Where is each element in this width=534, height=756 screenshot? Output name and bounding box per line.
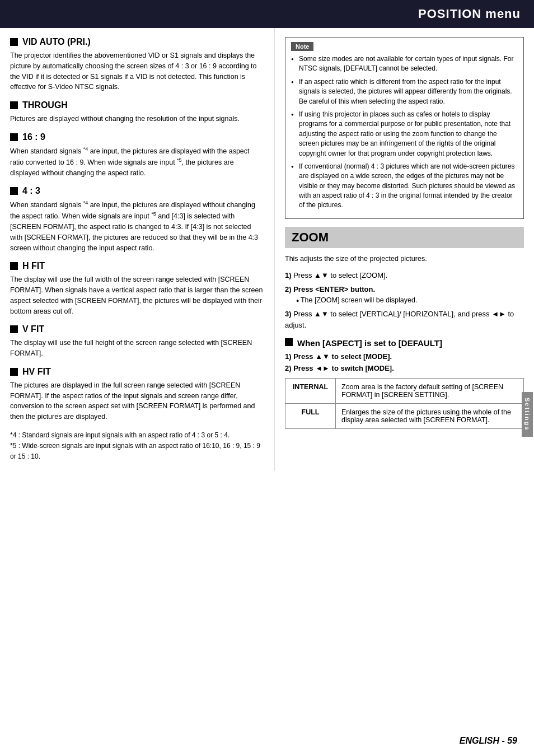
side-tab: Settings [522,392,533,437]
zoom-intro: This adjusts the size of the projected p… [285,254,524,264]
aspect-step-1-text: 1) [285,352,293,361]
bullet-icon [10,38,18,46]
bullet-icon [10,262,18,270]
bullet-icon [10,368,18,376]
aspect-step-2: 2) Press ◄► to switch [MODE]. [285,364,524,372]
table-label-internal: INTERNAL [285,379,336,404]
aspect-step-1-label: Press ▲▼ to select [MODE]. [293,352,392,361]
zoom-step-1-text: Press ▲▼ to select [ZOOM]. [293,271,387,279]
section-through-heading: THROUGH [10,100,264,110]
section-16-9-heading: 16 : 9 [10,132,264,142]
side-tab-wrapper: Settings [522,392,534,437]
zoom-step-1: 1) Press ▲▼ to select [ZOOM]. [285,270,524,281]
bullet-icon [10,101,18,109]
bullet-icon [10,187,18,195]
zoom-table: INTERNAL Zoom area is the factory defaul… [285,378,524,429]
aspect-heading: When [ASPECT] is set to [DEFAULT] [285,338,524,348]
footnote-5: *5 : Wide-screen signals are input signa… [10,441,264,462]
section-vfit-heading: V FIT [10,324,264,334]
section-hfit-title: H FIT [22,261,45,271]
page-header: POSITION menu [0,0,534,28]
bullet-icon [10,325,18,333]
zoom-steps: 1) Press ▲▼ to select [ZOOM]. 2) Press <… [285,270,524,331]
table-row-internal: INTERNAL Zoom area is the factory defaul… [285,379,524,404]
section-vid-auto-heading: VID AUTO (PRI.) [10,37,264,47]
table-label-full: FULL [285,404,336,429]
note-box: Note Some size modes are not available f… [285,37,524,219]
left-column: VID AUTO (PRI.) The projector identifies… [0,28,274,471]
section-hfit-heading: H FIT [10,261,264,271]
main-content: VID AUTO (PRI.) The projector identifies… [0,28,534,471]
aspect-title: When [ASPECT] is set to [DEFAULT] [297,338,442,348]
section-through-body: Pictures are displayed without changing … [10,114,264,124]
note-item-3: If using this projector in places such a… [291,110,518,158]
section-4-3-body: When standard signals *4 are input, the … [10,199,264,253]
section-hfit-body: The display will use the full width of t… [10,274,264,316]
section-4-3-heading: 4 : 3 [10,186,264,196]
footnotes: *4 : Standard signals are input signals … [10,430,264,463]
zoom-step-2-num: 2) [285,285,293,293]
note-item-2: If an aspect ratio which is different fr… [291,77,518,106]
section-vfit-title: V FIT [22,324,44,334]
aspect-step-2-label: Press ◄► to switch [MODE]. [293,364,394,372]
page-title: POSITION menu [418,7,521,21]
note-label: Note [291,42,313,51]
section-vid-auto-title: VID AUTO (PRI.) [22,37,91,47]
aspect-step-2-text: 2) [285,364,293,372]
bullet-icon [10,133,18,141]
zoom-step-2: 2) Press <ENTER> button. The [ZOOM] scre… [285,284,524,305]
table-desc-full: Enlarges the size of the pictures using … [336,404,524,429]
section-vfit-body: The display will use the full height of … [10,338,264,359]
section-16-9-body: When standard signals *4 are input, the … [10,146,264,179]
section-hvfit-body: The pictures are displayed in the full s… [10,380,264,422]
zoom-step-3: 3) Press ▲▼ to select [VERTICAL]/ [HORIZ… [285,309,524,330]
footnote-4: *4 : Standard signals are input signals … [10,430,264,441]
zoom-step-1-num: 1) [285,271,293,279]
section-hvfit-title: HV FIT [22,367,51,377]
aspect-step-1: 1) Press ▲▼ to select [MODE]. [285,352,524,361]
zoom-step-2-text: Press <ENTER> button. [293,285,375,293]
aspect-bullet-icon [285,338,293,346]
note-list: Some size modes are not available for ce… [291,54,518,211]
right-column: Note Some size modes are not available f… [274,28,534,471]
zoom-step-3-num: 3) [285,310,293,318]
table-row-full: FULL Enlarges the size of the pictures u… [285,404,524,429]
section-16-9-title: 16 : 9 [22,132,45,142]
table-desc-internal: Zoom area is the factory default setting… [336,379,524,404]
page-number: ENGLISH - 59 [460,736,517,745]
section-hvfit-heading: HV FIT [10,367,264,377]
zoom-step-3-text: Press ▲▼ to select [VERTICAL]/ [HORIZONT… [285,310,514,329]
zoom-header: ZOOM [285,227,524,248]
zoom-step-2-sub: The [ZOOM] screen will be displayed. [285,295,524,306]
note-item-4: If conventional (normal) 4 : 3 pictures … [291,162,518,211]
section-through-title: THROUGH [22,100,68,110]
page-footer: ENGLISH - 59 [460,736,517,746]
section-4-3-title: 4 : 3 [22,186,40,196]
note-item-1: Some size modes are not available for ce… [291,54,518,74]
section-vid-auto-body: The projector identifies the abovementio… [10,50,264,92]
aspect-steps: 1) Press ▲▼ to select [MODE]. 2) Press ◄… [285,352,524,372]
